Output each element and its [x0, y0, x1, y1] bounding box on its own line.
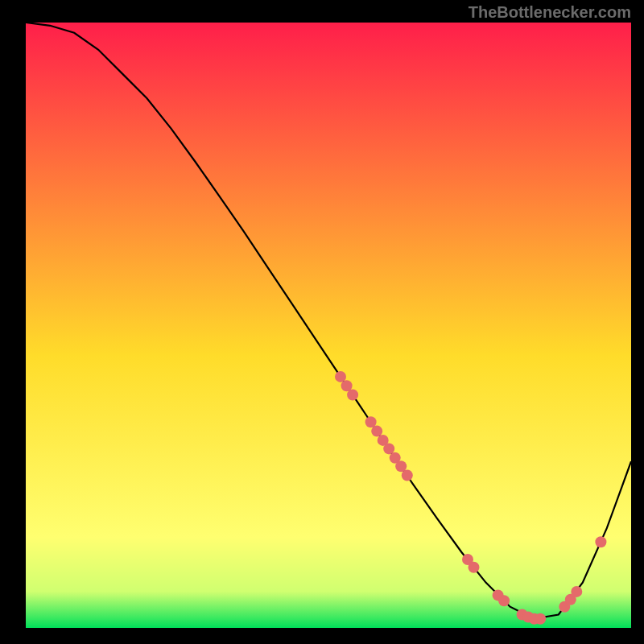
- attribution-text: TheBottlenecker.com: [469, 3, 631, 22]
- highlight-dot: [469, 562, 480, 573]
- chart-container: TheBottlenecker.com: [0, 0, 644, 644]
- highlight-dot: [571, 586, 582, 597]
- highlight-dot: [498, 595, 510, 606]
- highlight-dot: [347, 390, 358, 401]
- highlight-dot: [535, 613, 546, 625]
- highlight-dot: [402, 470, 413, 481]
- highlight-dot: [595, 536, 606, 547]
- gradient-background: [26, 23, 631, 628]
- bottleneck-chart: [0, 0, 644, 644]
